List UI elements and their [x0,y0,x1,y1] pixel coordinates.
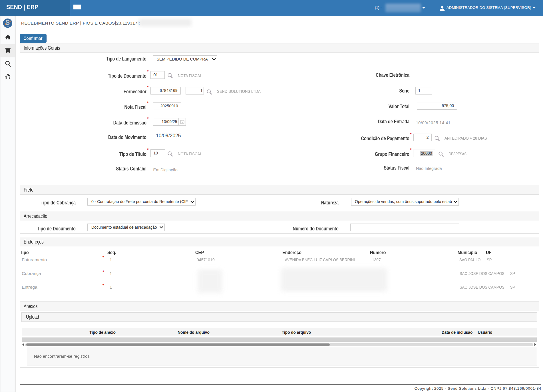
svg-text:erp: erp [7,26,9,27]
svg-text:S: S [5,19,10,26]
